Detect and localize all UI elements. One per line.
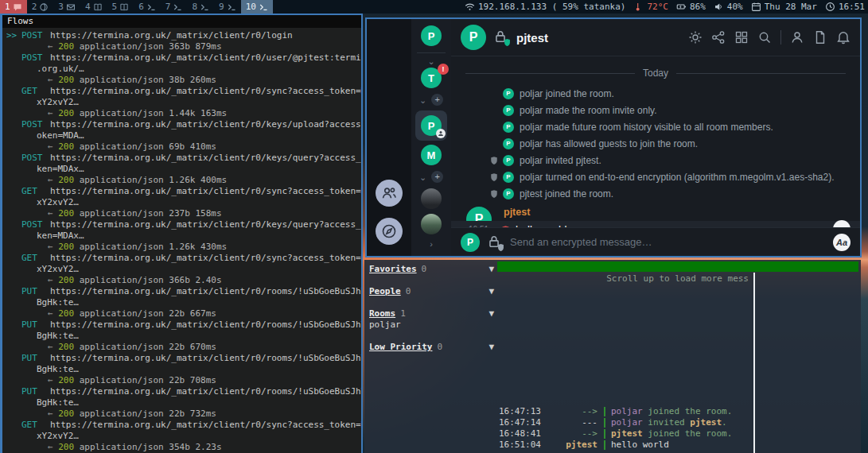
room-entry[interactable]: poljar bbox=[369, 319, 494, 331]
apps-icon[interactable] bbox=[734, 30, 749, 45]
workspace-3[interactable]: 3 bbox=[53, 0, 80, 14]
workspace-1[interactable]: 1 bbox=[0, 0, 27, 14]
person-badge-icon bbox=[438, 130, 444, 137]
response-status: 200 bbox=[58, 242, 74, 252]
response-meta: application/json 22b 708ms bbox=[74, 375, 216, 385]
timeline-event[interactable]: Ppoljar made future room history visible… bbox=[451, 118, 860, 135]
message-row[interactable]: 16:51 hello world bbox=[451, 221, 860, 227]
flow-response: ← 200 application/json 22b 708ms bbox=[6, 375, 361, 386]
chevron-down-icon[interactable]: ⌄ bbox=[419, 173, 426, 181]
selected-room-tile[interactable]: P bbox=[415, 110, 447, 141]
workspace-7[interactable]: 7 bbox=[161, 0, 188, 14]
prefix-separator bbox=[604, 440, 605, 450]
flow-method: GET bbox=[21, 186, 50, 197]
flow-row[interactable]: GEThttps://termina.org.uk/_matrix/client… bbox=[6, 186, 361, 219]
workspace-6[interactable]: 6 bbox=[134, 0, 161, 14]
event-avatar: P bbox=[503, 122, 514, 133]
flow-response: ← 200 application/json 22b 732ms bbox=[6, 408, 361, 420]
section-name: Favorites bbox=[369, 264, 417, 275]
flow-method: POST bbox=[21, 153, 50, 164]
flow-url: https://termina.org.uk/_matrix/client/r0… bbox=[50, 253, 361, 263]
book-icon bbox=[119, 2, 129, 12]
browser-icon bbox=[39, 2, 49, 12]
flow-row[interactable]: >>POSThttps://termina.org.uk/_matrix/cli… bbox=[6, 30, 361, 52]
members-button[interactable] bbox=[376, 180, 403, 207]
flow-row[interactable]: PUThttps://termina.org.uk/_matrix/client… bbox=[6, 386, 361, 420]
add-room-button[interactable]: + bbox=[431, 171, 443, 183]
flows-list[interactable]: >>POSThttps://termina.org.uk/_matrix/cli… bbox=[2, 28, 361, 453]
collapse-arrow-icon[interactable]: ▼ bbox=[488, 308, 494, 319]
user-avatar[interactable]: P bbox=[461, 233, 480, 252]
composer-input[interactable]: Send an encrypted message… bbox=[510, 236, 826, 248]
chevron-right-icon[interactable]: › bbox=[430, 240, 433, 248]
room-avatar-landscape[interactable] bbox=[421, 214, 442, 234]
workspace-10[interactable]: 10 bbox=[241, 0, 273, 14]
collapse-arrow-icon[interactable]: ▼ bbox=[488, 342, 494, 353]
timeline-event[interactable]: Ppoljar made the room invite only. bbox=[451, 102, 860, 118]
flow-row[interactable]: POSThttps://termina.org.uk/_matrix/clien… bbox=[6, 52, 361, 86]
search-icon[interactable] bbox=[757, 30, 772, 45]
settings-icon[interactable] bbox=[688, 30, 703, 45]
flow-url: https://termina.org.uk/_matrix/client/r0… bbox=[50, 219, 361, 230]
notifications-icon[interactable] bbox=[836, 30, 850, 45]
chevron-down-icon[interactable]: ⌄ bbox=[427, 57, 434, 65]
room-avatar[interactable]: P bbox=[461, 25, 486, 50]
flow-row[interactable]: POSThttps://termina.org.uk/_matrix/clien… bbox=[6, 119, 361, 153]
response-arrow-icon: ← bbox=[48, 308, 58, 319]
timeline-event[interactable]: Ppoljar joined the room. bbox=[451, 85, 860, 102]
flow-method: POST bbox=[21, 52, 50, 64]
flow-row[interactable]: PUThttps://termina.org.uk/_matrix/client… bbox=[6, 353, 361, 386]
share-icon[interactable] bbox=[711, 30, 726, 45]
timeline-event[interactable]: Ppoljar has allowed guests to join the r… bbox=[451, 135, 860, 152]
explore-button[interactable] bbox=[376, 218, 403, 245]
room-avatar-pjtest[interactable]: P bbox=[421, 115, 442, 136]
people-icon bbox=[381, 185, 397, 201]
room-avatar-t[interactable]: T! bbox=[421, 68, 442, 88]
flow-row[interactable]: POSThttps://termina.org.uk/_matrix/clien… bbox=[6, 153, 361, 186]
flow-url: https://termina.org.uk/_matrix/client/r0… bbox=[50, 119, 361, 130]
member-icon[interactable] bbox=[790, 30, 804, 45]
message-part: poljar bbox=[611, 417, 643, 428]
timeline-event[interactable]: Ppjtest joined the room. bbox=[451, 185, 860, 202]
gomuks-room-list[interactable]: Favorites0▼People0▼Rooms1▼poljarLow Prio… bbox=[364, 260, 497, 453]
flow-row[interactable]: GEThttps://termina.org.uk/_matrix/client… bbox=[6, 86, 361, 119]
unverified-shield-icon bbox=[500, 224, 511, 227]
room-section-favorites[interactable]: Favorites0▼ bbox=[369, 264, 494, 275]
terminal-message: 16:47:13-->poljar joined the room. bbox=[499, 406, 752, 417]
flow-row[interactable]: GEThttps://termina.org.uk/_matrix/client… bbox=[6, 420, 361, 453]
timeline-event[interactable]: Ppoljar invited pjtest. bbox=[451, 152, 860, 168]
flow-row[interactable]: GEThttps://termina.org.uk/_matrix/client… bbox=[6, 253, 361, 286]
workspace-9[interactable]: 9 bbox=[214, 0, 241, 14]
section-name: Rooms bbox=[369, 308, 395, 319]
flow-url-wrap: ken=MDAx… bbox=[6, 230, 361, 242]
terminal-green-bar bbox=[497, 261, 858, 272]
room-section-people[interactable]: People0▼ bbox=[369, 286, 494, 297]
workspace-2[interactable]: 2 bbox=[27, 0, 54, 14]
flow-row[interactable]: POSThttps://termina.org.uk/_matrix/clien… bbox=[6, 219, 361, 253]
workspace-4[interactable]: 4 bbox=[80, 0, 107, 14]
room-avatar-tower[interactable] bbox=[421, 188, 442, 209]
workspace-number: 9 bbox=[219, 2, 224, 12]
response-meta: application/json 366b 2.40s bbox=[74, 275, 221, 285]
timeline-event[interactable]: Ppoljar turned on end-to-end encryption … bbox=[451, 168, 860, 185]
room-section-low-priority[interactable]: Low Priority0▼ bbox=[369, 342, 494, 353]
message-part: pjtest bbox=[611, 428, 643, 439]
room-avatar-top[interactable]: P bbox=[421, 25, 442, 46]
collapse-arrow-icon[interactable]: ▼ bbox=[488, 286, 494, 297]
add-room-button[interactable]: + bbox=[431, 94, 443, 106]
file-icon[interactable] bbox=[813, 30, 827, 45]
response-arrow-icon: ← bbox=[48, 342, 58, 352]
response-status: 200 bbox=[58, 41, 74, 52]
message-options-button[interactable] bbox=[833, 220, 850, 227]
workspace-8[interactable]: 8 bbox=[187, 0, 214, 14]
flow-row[interactable]: PUThttps://termina.org.uk/_matrix/client… bbox=[6, 286, 361, 319]
room-section-rooms[interactable]: Rooms1▼ bbox=[369, 308, 494, 319]
event-avatar: P bbox=[503, 172, 514, 183]
format-button[interactable]: Aa bbox=[833, 234, 850, 251]
workspace-5[interactable]: 5 bbox=[107, 0, 134, 14]
chevron-down-icon[interactable]: ⌄ bbox=[419, 96, 426, 104]
flow-row[interactable]: PUThttps://termina.org.uk/_matrix/client… bbox=[6, 319, 361, 353]
sender-name[interactable]: pjtest bbox=[451, 207, 860, 221]
collapse-arrow-icon[interactable]: ▼ bbox=[488, 264, 494, 275]
room-avatar-m[interactable]: M bbox=[421, 145, 442, 165]
